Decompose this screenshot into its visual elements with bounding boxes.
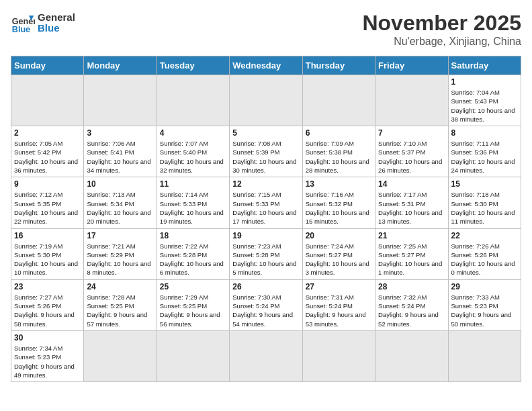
table-row: 18Sunrise: 7:22 AM Sunset: 5:28 PM Dayli…	[157, 228, 229, 279]
table-row: 19Sunrise: 7:23 AM Sunset: 5:28 PM Dayli…	[230, 228, 302, 279]
day-number: 29	[451, 282, 518, 291]
day-number: 4	[160, 128, 226, 138]
day-number: 2	[14, 128, 81, 138]
header-wednesday: Wednesday	[230, 56, 302, 75]
table-row: 15Sunrise: 7:18 AM Sunset: 5:30 PM Dayli…	[448, 177, 521, 228]
page-header: General Blue General Blue November 2025 …	[11, 11, 521, 48]
day-number: 6	[306, 128, 372, 138]
header-friday: Friday	[375, 56, 448, 75]
day-info: Sunrise: 7:07 AM Sunset: 5:40 PM Dayligh…	[160, 139, 226, 175]
header-monday: Monday	[84, 56, 157, 75]
day-info: Sunrise: 7:21 AM Sunset: 5:29 PM Dayligh…	[87, 242, 153, 277]
table-row: 3Sunrise: 7:06 AM Sunset: 5:41 PM Daylig…	[84, 126, 157, 177]
table-row: 5Sunrise: 7:08 AM Sunset: 5:39 PM Daylig…	[230, 126, 302, 177]
day-info: Sunrise: 7:15 AM Sunset: 5:33 PM Dayligh…	[232, 190, 299, 226]
day-number: 17	[87, 231, 153, 240]
day-info: Sunrise: 7:28 AM Sunset: 5:25 PM Dayligh…	[87, 293, 153, 328]
table-row: 9Sunrise: 7:12 AM Sunset: 5:35 PM Daylig…	[11, 177, 84, 228]
table-row	[448, 330, 521, 381]
table-row: 29Sunrise: 7:33 AM Sunset: 5:23 PM Dayli…	[448, 279, 521, 330]
day-info: Sunrise: 7:04 AM Sunset: 5:43 PM Dayligh…	[451, 88, 518, 124]
day-number: 27	[306, 282, 372, 291]
day-number: 8	[451, 128, 518, 138]
table-row	[230, 75, 302, 126]
table-row: 1Sunrise: 7:04 AM Sunset: 5:43 PM Daylig…	[448, 75, 521, 126]
calendar-header-row: Sunday Monday Tuesday Wednesday Thursday…	[11, 56, 521, 75]
day-info: Sunrise: 7:32 AM Sunset: 5:24 PM Dayligh…	[378, 293, 445, 328]
calendar-title: November 2025	[362, 11, 521, 36]
day-info: Sunrise: 7:13 AM Sunset: 5:34 PM Dayligh…	[87, 190, 153, 226]
day-number: 11	[160, 179, 226, 189]
logo-icon: General Blue	[11, 11, 35, 35]
day-info: Sunrise: 7:05 AM Sunset: 5:42 PM Dayligh…	[14, 139, 81, 175]
table-row: 11Sunrise: 7:14 AM Sunset: 5:33 PM Dayli…	[157, 177, 229, 228]
header-thursday: Thursday	[302, 56, 375, 75]
table-row: 14Sunrise: 7:17 AM Sunset: 5:31 PM Dayli…	[375, 177, 448, 228]
day-info: Sunrise: 7:16 AM Sunset: 5:32 PM Dayligh…	[306, 190, 372, 226]
table-row: 12Sunrise: 7:15 AM Sunset: 5:33 PM Dayli…	[230, 177, 302, 228]
table-row: 25Sunrise: 7:29 AM Sunset: 5:25 PM Dayli…	[157, 279, 229, 330]
day-info: Sunrise: 7:33 AM Sunset: 5:23 PM Dayligh…	[451, 293, 518, 328]
day-info: Sunrise: 7:17 AM Sunset: 5:31 PM Dayligh…	[378, 190, 445, 226]
day-info: Sunrise: 7:26 AM Sunset: 5:26 PM Dayligh…	[451, 242, 518, 277]
day-number: 14	[378, 179, 445, 189]
day-number: 16	[14, 231, 81, 240]
day-number: 12	[232, 179, 299, 189]
table-row: 26Sunrise: 7:30 AM Sunset: 5:24 PM Dayli…	[230, 279, 302, 330]
day-info: Sunrise: 7:06 AM Sunset: 5:41 PM Dayligh…	[87, 139, 153, 175]
table-row: 13Sunrise: 7:16 AM Sunset: 5:32 PM Dayli…	[302, 177, 375, 228]
table-row: 7Sunrise: 7:10 AM Sunset: 5:37 PM Daylig…	[375, 126, 448, 177]
calendar-week-row: 9Sunrise: 7:12 AM Sunset: 5:35 PM Daylig…	[11, 177, 521, 228]
table-row: 27Sunrise: 7:31 AM Sunset: 5:24 PM Dayli…	[302, 279, 375, 330]
day-info: Sunrise: 7:10 AM Sunset: 5:37 PM Dayligh…	[378, 139, 445, 175]
logo-general: General	[38, 12, 75, 24]
header-sunday: Sunday	[11, 56, 84, 75]
day-number: 23	[14, 282, 81, 291]
day-info: Sunrise: 7:08 AM Sunset: 5:39 PM Dayligh…	[232, 139, 299, 175]
calendar-week-row: 30Sunrise: 7:34 AM Sunset: 5:23 PM Dayli…	[11, 330, 521, 381]
table-row	[375, 330, 448, 381]
calendar-week-row: 1Sunrise: 7:04 AM Sunset: 5:43 PM Daylig…	[11, 75, 521, 126]
table-row: 21Sunrise: 7:25 AM Sunset: 5:27 PM Dayli…	[375, 228, 448, 279]
day-info: Sunrise: 7:22 AM Sunset: 5:28 PM Dayligh…	[160, 242, 226, 277]
table-row: 23Sunrise: 7:27 AM Sunset: 5:26 PM Dayli…	[11, 279, 84, 330]
day-info: Sunrise: 7:18 AM Sunset: 5:30 PM Dayligh…	[451, 190, 518, 226]
table-row: 30Sunrise: 7:34 AM Sunset: 5:23 PM Dayli…	[11, 330, 84, 381]
day-number: 26	[232, 282, 299, 291]
table-row	[157, 330, 229, 381]
day-number: 7	[378, 128, 445, 138]
table-row	[84, 75, 157, 126]
calendar-table: Sunday Monday Tuesday Wednesday Thursday…	[11, 56, 521, 382]
table-row: 20Sunrise: 7:24 AM Sunset: 5:27 PM Dayli…	[302, 228, 375, 279]
day-info: Sunrise: 7:09 AM Sunset: 5:38 PM Dayligh…	[306, 139, 372, 175]
day-number: 19	[232, 231, 299, 240]
header-saturday: Saturday	[448, 56, 521, 75]
day-number: 24	[87, 282, 153, 291]
day-info: Sunrise: 7:19 AM Sunset: 5:30 PM Dayligh…	[14, 242, 81, 277]
day-number: 1	[451, 77, 518, 87]
day-number: 25	[160, 282, 226, 291]
svg-text:Blue: Blue	[12, 25, 30, 34]
day-number: 13	[306, 179, 372, 189]
day-number: 18	[160, 231, 226, 240]
table-row	[230, 330, 302, 381]
table-row	[302, 75, 375, 126]
day-number: 10	[87, 179, 153, 189]
table-row: 22Sunrise: 7:26 AM Sunset: 5:26 PM Dayli…	[448, 228, 521, 279]
table-row: 10Sunrise: 7:13 AM Sunset: 5:34 PM Dayli…	[84, 177, 157, 228]
table-row	[157, 75, 229, 126]
calendar-subtitle: Nu'erbage, Xinjiang, China	[362, 36, 521, 48]
day-info: Sunrise: 7:29 AM Sunset: 5:25 PM Dayligh…	[160, 293, 226, 328]
header-tuesday: Tuesday	[157, 56, 229, 75]
calendar-week-row: 16Sunrise: 7:19 AM Sunset: 5:30 PM Dayli…	[11, 228, 521, 279]
table-row: 6Sunrise: 7:09 AM Sunset: 5:38 PM Daylig…	[302, 126, 375, 177]
calendar-title-area: November 2025 Nu'erbage, Xinjiang, China	[362, 11, 521, 48]
day-number: 5	[232, 128, 299, 138]
calendar-week-row: 23Sunrise: 7:27 AM Sunset: 5:26 PM Dayli…	[11, 279, 521, 330]
day-number: 21	[378, 231, 445, 240]
day-number: 30	[14, 333, 81, 342]
day-info: Sunrise: 7:11 AM Sunset: 5:36 PM Dayligh…	[451, 139, 518, 175]
day-info: Sunrise: 7:23 AM Sunset: 5:28 PM Dayligh…	[232, 242, 299, 277]
day-number: 9	[14, 179, 81, 189]
day-number: 15	[451, 179, 518, 189]
